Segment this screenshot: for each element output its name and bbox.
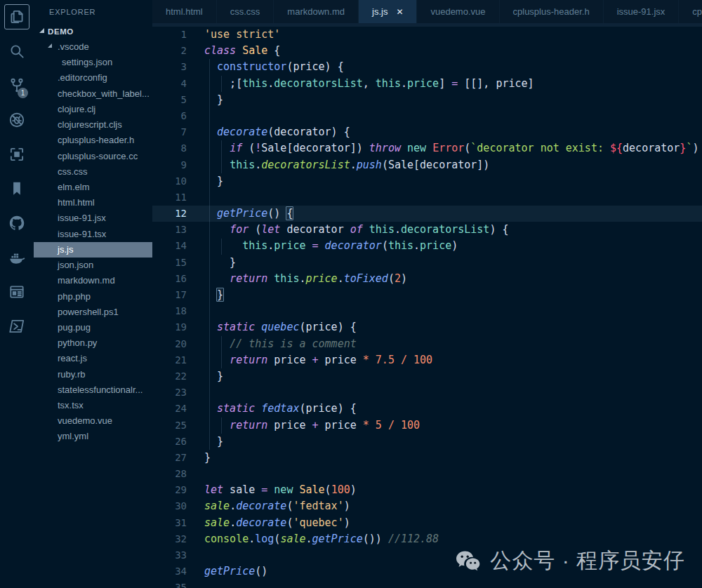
tab-label: issue-91.jsx [617,6,665,17]
line-number: 25 [152,417,187,434]
tab-markdown.md[interactable]: markdown.md [274,0,359,23]
activity-item-docker[interactable] [0,240,34,274]
file-item-.vscode[interactable]: .vscode [34,39,152,55]
activity-item-source-control[interactable]: 1 [0,68,34,102]
line-number: 32 [152,531,187,547]
folder-section-demo[interactable]: DEMO [34,23,152,39]
file-item-checkbox_with_label...[interactable]: checkbox_with_label... [34,86,152,102]
file-item-markdown.md[interactable]: markdown.md [34,273,152,288]
line-content: } [187,173,223,189]
line-number: 33 [152,547,187,563]
tab-css.css[interactable]: css.css [217,0,274,23]
file-item-powershell.ps1[interactable]: powershell.ps1 [34,305,152,320]
file-item-label: powershell.ps1 [58,307,119,317]
line-number: 13 [152,222,187,238]
file-item-python.py[interactable]: python.py [34,335,152,351]
tab-js.js[interactable]: js.js✕ [359,0,417,23]
tab-label: cp [692,6,702,17]
activity-item-debug-disabled[interactable] [0,102,34,137]
line-number: 35 [152,580,187,588]
line-content: sale.decorate('fedtax') [187,498,350,514]
tab-vuedemo.vue[interactable]: vuedemo.vue [417,0,499,23]
file-item-cplusplus-source.cc[interactable]: cplusplus-source.cc [34,149,152,164]
file-item-cplusplus-header.h[interactable]: cplusplus-header.h [34,133,152,148]
code-line-26: 26 } [152,434,702,450]
activity-item-browser-window[interactable] [0,274,34,309]
activity-item-files[interactable] [0,0,34,34]
file-item-label: .vscode [58,41,89,52]
tab-issue-91.jsx[interactable]: issue-91.jsx [604,0,680,23]
extensions-icon [8,145,26,163]
line-content: class Sale { [187,43,280,59]
indent-guide [209,59,210,450]
file-item-label: tsx.tsx [58,400,84,410]
indent-guide [221,239,222,255]
file-item-label: issue-91.jsx [58,213,106,223]
tab-label: js.js [372,6,388,17]
code-line-19: 19 static quebec(price) { [152,319,702,335]
line-number: 18 [152,303,187,319]
file-item-clojure.clj[interactable]: clojure.clj [34,102,152,117]
file-item-pug.pug[interactable]: pug.pug [34,320,152,335]
line-number: 31 [152,515,187,531]
file-item-settings.json[interactable]: settings.json [34,55,152,70]
explorer-header: EXPLORER [34,0,152,23]
debug-disabled-icon [8,111,26,129]
line-number: 24 [152,401,187,417]
line-content: // this is a comment [187,336,357,352]
file-item-css.css[interactable]: css.css [34,164,152,180]
file-item-react.js[interactable]: react.js [34,351,152,366]
code-line-14: 14 this.price = decorator(this.price) [152,238,702,254]
file-item-statelessfunctionalr...[interactable]: statelessfunctionalr... [34,382,152,398]
line-content: } [187,287,223,303]
tab-cplusplus-header.h[interactable]: cplusplus-header.h [500,0,604,23]
tab-html.html[interactable]: html.html [152,0,217,23]
file-item-label: clojure.clj [58,104,95,114]
line-number: 14 [152,238,187,254]
file-item-label: python.py [58,338,97,348]
files-icon [4,4,29,29]
file-item-label: elm.elm [58,182,90,192]
activity-item-bookmark[interactable] [0,171,34,206]
file-item-clojurescript.cljs[interactable]: clojurescript.cljs [34,117,152,133]
line-content [187,108,204,124]
code-line-29: 29let sale = new Sale(100) [152,482,702,498]
file-item-label: php.php [58,291,91,302]
line-content: return this.price.toFixed(2) [187,271,407,287]
explorer-sidebar: EXPLORER DEMO .vscodesettings.json.edito… [34,0,152,588]
line-content: } [187,450,211,466]
activity-item-powershell[interactable] [0,309,34,343]
file-item-js.js[interactable]: js.js [34,242,152,258]
activity-item-extensions[interactable] [0,137,34,171]
code-line-35: 35 [152,580,702,588]
file-item-php.php[interactable]: php.php [34,289,152,305]
file-item-issue-91.tsx[interactable]: issue-91.tsx [34,227,152,242]
tab-label: vuedemo.vue [430,6,485,17]
tab-cp[interactable]: cp [679,0,702,23]
code-area[interactable]: 1'use strict'2class Sale {3 constructor(… [152,27,702,588]
line-content: return price + price * 7.5 / 100 [187,352,432,368]
close-icon[interactable]: ✕ [396,7,403,17]
line-content: 'use strict' [187,27,280,43]
file-item-ruby.rb[interactable]: ruby.rb [34,367,152,382]
line-number: 29 [152,482,187,498]
activity-item-github[interactable] [0,206,34,240]
file-item-elm.elm[interactable]: elm.elm [34,180,152,195]
activity-item-search[interactable] [0,34,34,68]
code-line-4: 4 ;[this.decoratorsList, this.price] = [… [152,76,702,92]
browser-window-icon [8,283,26,301]
code-line-30: 30sale.decorate('fedtax') [152,498,702,514]
file-item-tsx.tsx[interactable]: tsx.tsx [34,398,152,413]
file-item-issue-91.jsx[interactable]: issue-91.jsx [34,211,152,226]
file-item-.editorconfig[interactable]: .editorconfig [34,70,152,86]
editor[interactable]: 1'use strict'2class Sale {3 constructor(… [152,27,702,588]
file-item-html.html[interactable]: html.html [34,195,152,211]
file-item-vuedemo.vue[interactable]: vuedemo.vue [34,413,152,429]
file-tree: .vscodesettings.json.editorconfigcheckbo… [34,39,152,445]
file-item-json.json[interactable]: json.json [34,258,152,273]
code-line-3: 3 constructor(price) { [152,59,702,75]
code-line-18: 18 [152,303,702,319]
file-item-yml.yml[interactable]: yml.yml [34,429,152,444]
github-icon [8,214,26,232]
code-line-31: 31sale.decorate('quebec') [152,515,702,531]
